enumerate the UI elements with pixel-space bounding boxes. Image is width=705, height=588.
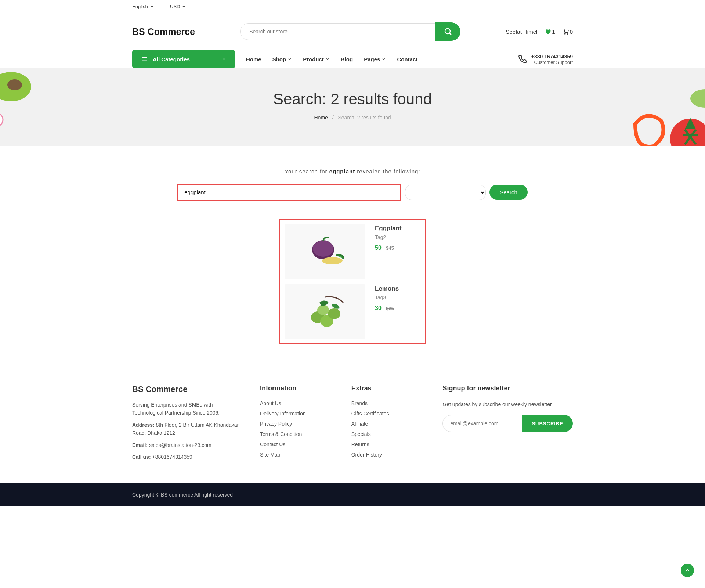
product-price: 50 [375, 245, 382, 251]
search-icon [444, 27, 452, 36]
phone-icon [518, 55, 527, 64]
search-button[interactable] [435, 22, 460, 41]
footer-link-affiliate[interactable]: Affiliate [351, 421, 424, 427]
nav-product[interactable]: Product [303, 56, 330, 62]
search-category-select[interactable] [405, 185, 486, 200]
decoration-produce-right [613, 87, 705, 146]
footer-link-specials[interactable]: Specials [351, 431, 424, 437]
svg-point-18 [317, 305, 329, 315]
wishlist-count: 1 [552, 29, 555, 35]
product-tag: Tag2 [375, 234, 402, 240]
support-phone: +880 1674314359 Customer Support [518, 54, 573, 65]
categories-label: All Categories [153, 56, 190, 62]
footer-link-gifts[interactable]: Gifts Certificates [351, 411, 424, 416]
page-title: Search: 2 results found [0, 90, 705, 108]
support-label: Customer Support [531, 59, 573, 65]
chevron-down-icon [325, 57, 330, 61]
search-term-input[interactable] [177, 184, 401, 201]
product-name: Eggplant [375, 225, 402, 232]
menu-icon [141, 56, 148, 62]
nav-shop[interactable]: Shop [272, 56, 292, 62]
logo[interactable]: BS Commerce [132, 26, 195, 37]
svg-point-2 [564, 33, 565, 34]
svg-point-8 [7, 79, 22, 90]
footer-link-contact[interactable]: Contact Us [260, 441, 333, 447]
chevron-down-icon [288, 57, 292, 61]
product-image-icon [303, 233, 347, 270]
product-image-icon [301, 292, 349, 332]
main-nav: All Categories Home Shop Product Blog Pa… [132, 50, 573, 68]
product-old-price: $45 [386, 245, 394, 251]
nav-blog[interactable]: Blog [341, 56, 353, 62]
footer-link-privacy[interactable]: Privacy Policy [260, 421, 333, 427]
footer-phone[interactable]: +8801674314359 [152, 454, 192, 460]
product-old-price: $25 [386, 306, 394, 311]
footer-link-about[interactable]: About Us [260, 400, 333, 406]
decoration-produce-left [0, 68, 59, 138]
page-banner: Search: 2 results found Home / Search: 2… [0, 68, 705, 146]
results-highlight-box: Eggplant Tag2 50 $45 [279, 219, 426, 344]
copyright-text: Copyright © BS commerce All right reserv… [132, 492, 233, 498]
nav-home[interactable]: Home [246, 56, 261, 62]
wishlist-link[interactable]: 1 [545, 28, 555, 35]
svg-point-14 [322, 257, 343, 264]
product-price: 30 [375, 305, 382, 311]
footer-email[interactable]: sales@brainstation-23.com [149, 442, 212, 448]
heart-icon [545, 28, 551, 35]
footer-tagline: Serving Enterprises and SMEs with Techno… [132, 401, 242, 417]
product-tag: Tag3 [375, 295, 399, 300]
categories-button[interactable]: All Categories [132, 50, 235, 68]
footer-link-delivery[interactable]: Delivery Information [260, 411, 333, 416]
svg-line-1 [450, 33, 452, 35]
cart-link[interactable]: 0 [563, 28, 573, 35]
product-thumbnail [285, 224, 365, 279]
footer-link-brands[interactable]: Brands [351, 400, 424, 406]
breadcrumb-current: Search: 2 results found [338, 115, 391, 120]
footer-extras-title: Extras [351, 385, 424, 392]
cart-icon [563, 28, 569, 35]
footer-link-orders[interactable]: Order History [351, 452, 424, 458]
newsletter-email-input[interactable] [442, 415, 522, 432]
phone-number: +880 1674314359 [531, 54, 573, 59]
search-results-section: Your search for eggplant revealed the fo… [95, 146, 610, 359]
top-bar: English | USD [0, 0, 705, 13]
separator: | [162, 4, 163, 9]
cart-count: 0 [570, 29, 573, 35]
newsletter-sub: Get updates by subscribe our weekly news… [442, 400, 573, 408]
header-search [240, 22, 460, 41]
newsletter-title: Signup for newsletter [442, 385, 573, 392]
result-item[interactable]: Eggplant Tag2 50 $45 [285, 224, 420, 279]
footer-info-title: Information [260, 385, 333, 392]
result-item[interactable]: Lemons Tag3 30 $25 [285, 284, 420, 339]
results-list: Eggplant Tag2 50 $45 [95, 219, 610, 344]
chevron-down-icon [150, 4, 154, 9]
svg-point-17 [328, 308, 340, 319]
svg-point-13 [313, 241, 333, 257]
language-selector[interactable]: English [132, 4, 154, 9]
language-label: English [132, 4, 148, 9]
chevron-down-icon [182, 4, 186, 9]
nav-pages[interactable]: Pages [364, 56, 386, 62]
newsletter-subscribe-button[interactable]: SUBSCRIBE [522, 415, 573, 432]
svg-point-9 [0, 113, 3, 126]
footer: BS Commerce Serving Enterprises and SMEs… [0, 359, 705, 483]
svg-point-11 [690, 89, 705, 108]
currency-selector[interactable]: USD [170, 4, 186, 9]
search-input[interactable] [240, 23, 435, 40]
breadcrumb-home[interactable]: Home [314, 115, 328, 120]
product-thumbnail [285, 284, 365, 339]
nav-contact[interactable]: Contact [397, 56, 417, 62]
currency-label: USD [170, 4, 180, 9]
search-submit-button[interactable]: Search [489, 185, 528, 200]
product-name: Lemons [375, 285, 399, 292]
footer-link-returns[interactable]: Returns [351, 441, 424, 447]
svg-point-0 [445, 29, 450, 34]
footer-brand: BS Commerce [132, 385, 242, 394]
breadcrumb: Home / Search: 2 results found [0, 115, 705, 120]
footer-link-terms[interactable]: Terms & Condition [260, 431, 333, 437]
chevron-down-icon [382, 57, 386, 61]
footer-link-sitemap[interactable]: Site Map [260, 452, 333, 458]
search-message: Your search for eggplant revealed the fo… [95, 168, 610, 174]
user-name[interactable]: Seefat Himel [506, 29, 537, 35]
chevron-down-icon [222, 57, 226, 61]
